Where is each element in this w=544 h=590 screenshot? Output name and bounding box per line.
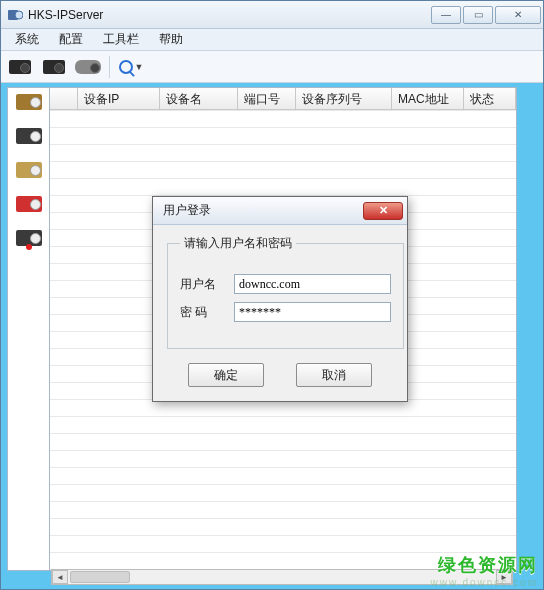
password-label: 密 码 — [180, 304, 234, 321]
toolbar-camera-2[interactable] — [39, 56, 69, 78]
col-mac[interactable]: MAC地址 — [392, 88, 464, 109]
window-title: HKS-IPServer — [28, 8, 429, 22]
maximize-button[interactable]: ▭ — [463, 6, 493, 24]
app-icon — [7, 7, 23, 23]
dialog-title: 用户登录 — [163, 202, 363, 219]
sidebar-device-1[interactable] — [16, 94, 42, 110]
device-type-sidebar — [7, 87, 49, 571]
col-device-ip[interactable]: 设备IP — [78, 88, 160, 109]
dialog-button-row: 确定 取消 — [167, 363, 393, 387]
toolbar-camera-3[interactable] — [73, 56, 103, 78]
chevron-down-icon: ▼ — [135, 62, 144, 72]
col-serial[interactable]: 设备序列号 — [296, 88, 392, 109]
menu-config[interactable]: 配置 — [49, 29, 93, 50]
svg-point-1 — [15, 11, 23, 19]
camera-icon — [43, 60, 65, 74]
login-dialog: 用户登录 ✕ 请输入用户名和密码 用户名 密 码 确定 取消 — [152, 196, 408, 402]
ok-button[interactable]: 确定 — [188, 363, 264, 387]
col-status[interactable]: 状态 — [464, 88, 516, 109]
col-device-name[interactable]: 设备名 — [160, 88, 238, 109]
scroll-thumb[interactable] — [70, 571, 130, 583]
menu-help[interactable]: 帮助 — [149, 29, 193, 50]
dialog-titlebar[interactable]: 用户登录 ✕ — [153, 197, 407, 225]
scroll-right-icon[interactable]: ► — [496, 570, 512, 584]
camera-icon — [9, 60, 31, 74]
menubar: 系统 配置 工具栏 帮助 — [1, 29, 543, 51]
search-icon — [119, 60, 133, 74]
sidebar-device-5[interactable] — [16, 230, 42, 246]
dialog-close-button[interactable]: ✕ — [363, 202, 403, 220]
minimize-button[interactable]: — — [431, 6, 461, 24]
horizontal-scrollbar[interactable]: ◄ ► — [51, 569, 513, 585]
cancel-button[interactable]: 取消 — [296, 363, 372, 387]
grid-header-spacer — [50, 88, 78, 109]
dialog-body: 请输入用户名和密码 用户名 密 码 确定 取消 — [153, 225, 407, 401]
username-row: 用户名 — [180, 274, 391, 294]
window-controls: — ▭ ✕ — [429, 6, 541, 24]
camera-icon — [75, 60, 101, 74]
close-button[interactable]: ✕ — [495, 6, 541, 24]
toolbar-separator — [109, 56, 110, 78]
password-input[interactable] — [234, 302, 391, 322]
toolbar-search[interactable]: ▼ — [116, 56, 146, 78]
toolbar: ▼ — [1, 51, 543, 83]
login-legend: 请输入用户名和密码 — [180, 235, 296, 252]
sidebar-device-2[interactable] — [16, 128, 42, 144]
menu-system[interactable]: 系统 — [5, 29, 49, 50]
password-row: 密 码 — [180, 302, 391, 322]
sidebar-device-4[interactable] — [16, 196, 42, 212]
col-port[interactable]: 端口号 — [238, 88, 296, 109]
scroll-left-icon[interactable]: ◄ — [52, 570, 68, 584]
username-input[interactable] — [234, 274, 391, 294]
titlebar[interactable]: HKS-IPServer — ▭ ✕ — [1, 1, 543, 29]
login-fieldset: 请输入用户名和密码 用户名 密 码 — [167, 235, 404, 349]
menu-toolbar[interactable]: 工具栏 — [93, 29, 149, 50]
grid-header: 设备IP 设备名 端口号 设备序列号 MAC地址 状态 — [50, 88, 516, 110]
toolbar-camera-1[interactable] — [5, 56, 35, 78]
sidebar-device-3[interactable] — [16, 162, 42, 178]
username-label: 用户名 — [180, 276, 234, 293]
